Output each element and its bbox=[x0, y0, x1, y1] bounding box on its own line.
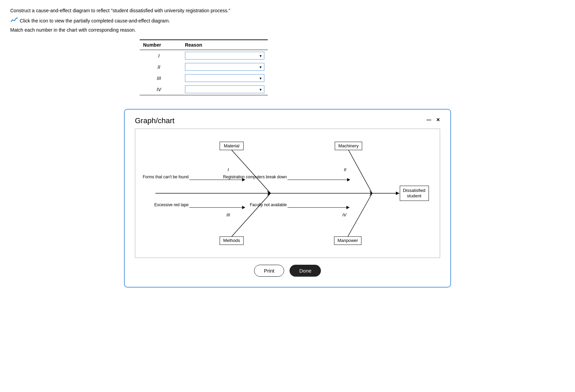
row-reason-cell: Forms that can't be foundRegistration co… bbox=[182, 72, 268, 84]
row-reason-cell: Forms that can't be foundRegistration co… bbox=[182, 50, 268, 62]
svg-text:Faculty not available: Faculty not available bbox=[250, 202, 287, 207]
svg-text:Manpower: Manpower bbox=[338, 238, 358, 243]
row-reason-cell: Forms that can't be foundRegistration co… bbox=[182, 61, 268, 72]
svg-line-7 bbox=[232, 150, 270, 193]
reason-select-iii[interactable]: Forms that can't be foundRegistration co… bbox=[185, 74, 264, 82]
modal-window: Graph/chart — ✕ Dissatisfied student Mat… bbox=[124, 109, 451, 288]
row-reason-cell: Forms that can't be foundRegistration co… bbox=[182, 84, 268, 95]
close-button[interactable]: ✕ bbox=[436, 117, 440, 122]
modal-buttons: Print Done bbox=[135, 265, 440, 277]
table-row: IForms that can't be foundRegistration c… bbox=[140, 50, 268, 62]
svg-text:Methods: Methods bbox=[223, 238, 240, 243]
svg-text:Dissatisfied: Dissatisfied bbox=[403, 188, 425, 193]
reason-select-ii[interactable]: Forms that can't be foundRegistration co… bbox=[185, 63, 264, 71]
svg-line-31 bbox=[348, 193, 372, 236]
table-row: IIForms that can't be foundRegistration … bbox=[140, 61, 268, 72]
reason-select-i[interactable]: Forms that can't be foundRegistration co… bbox=[185, 52, 264, 60]
modal-title: Graph/chart bbox=[135, 116, 174, 125]
svg-text:Material: Material bbox=[224, 143, 239, 148]
svg-text:IV: IV bbox=[342, 212, 347, 217]
col-reason-header: Reason bbox=[182, 40, 268, 50]
svg-marker-1 bbox=[396, 192, 399, 195]
svg-text:student: student bbox=[407, 193, 422, 198]
table-row: IIIForms that can't be foundRegistration… bbox=[140, 72, 268, 84]
matching-table: Number Reason IForms that can't be found… bbox=[140, 39, 276, 95]
row-number: III bbox=[140, 72, 182, 84]
svg-text:II: II bbox=[344, 167, 346, 173]
chart-icon[interactable] bbox=[10, 17, 18, 24]
reason-select-iv[interactable]: Forms that can't be foundRegistration co… bbox=[185, 85, 264, 93]
row-number: II bbox=[140, 61, 182, 72]
svg-text:Forms that can't be found: Forms that can't be found bbox=[143, 175, 189, 180]
svg-text:Machinery: Machinery bbox=[338, 143, 359, 148]
svg-text:Excessive red tape: Excessive red tape bbox=[154, 202, 189, 207]
svg-marker-35 bbox=[346, 206, 349, 209]
diagram-area: Dissatisfied student Material I Forms th… bbox=[135, 129, 440, 258]
table-row: IVForms that can't be foundRegistration … bbox=[140, 84, 268, 95]
row-number: I bbox=[140, 50, 182, 62]
svg-text:I: I bbox=[228, 167, 229, 173]
instruction-line1: Construct a cause-and-effect diagram to … bbox=[10, 7, 565, 14]
svg-marker-19 bbox=[347, 178, 350, 182]
col-number-header: Number bbox=[140, 40, 182, 50]
svg-marker-27 bbox=[242, 206, 245, 209]
svg-line-15 bbox=[348, 150, 372, 193]
instruction-line2-text: Click the icon to view the partially com… bbox=[20, 18, 170, 23]
done-button[interactable]: Done bbox=[290, 265, 321, 277]
svg-text:Registration computers break d: Registration computers break down bbox=[223, 175, 287, 180]
instruction-line3: Match each number in the chart with corr… bbox=[10, 27, 565, 33]
print-button[interactable]: Print bbox=[254, 265, 284, 277]
minimize-button[interactable]: — bbox=[426, 117, 431, 122]
row-number: IV bbox=[140, 84, 182, 95]
svg-text:III: III bbox=[227, 212, 230, 217]
svg-line-23 bbox=[232, 193, 270, 236]
